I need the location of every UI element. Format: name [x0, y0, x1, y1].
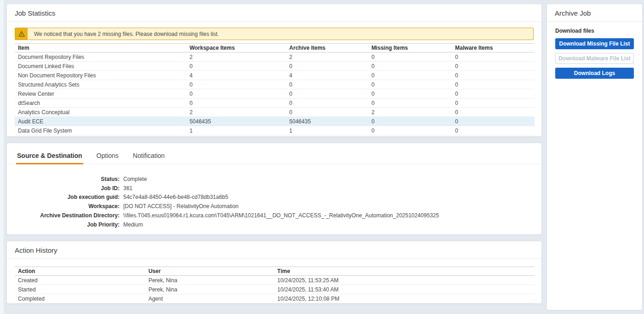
archive-job-body: Download files Download Missing File Lis… [547, 28, 642, 79]
field-label: Job ID: [15, 184, 120, 193]
action-history-cell: 10/24/2025, 11:53:40 AM [274, 285, 535, 294]
action-history-header-time: Time [274, 267, 535, 276]
job-statistics-cell: 0 [286, 80, 368, 89]
download-logs-button[interactable]: Download Logs [555, 68, 634, 79]
job-statistics-cell: 0 [452, 117, 535, 126]
job-statistics-cell: 0 [186, 62, 286, 71]
main-column: Job Statistics We noticed that you have … [6, 4, 542, 304]
job-statistics-row-audit-ece: Audit ECE5046435504643500 [15, 117, 535, 126]
job-statistics-card: Job Statistics We noticed that you have … [6, 4, 542, 137]
details-fields: Status:CompleteJob ID:361Job execution g… [7, 164, 541, 229]
field-job-priority: Job Priority:Medium [15, 221, 534, 230]
job-statistics-cell: Audit ECE [15, 117, 186, 126]
job-statistics-cell: 4 [286, 71, 368, 80]
job-statistics-cell: 0 [286, 89, 368, 99]
download-buttons: Download Missing File ListDownload Malwa… [555, 38, 634, 79]
job-statistics-cell: Document Repository Files [15, 52, 186, 62]
job-statistics-cell: Analytics Conceptual [15, 108, 186, 117]
job-statistics-cell: 0 [368, 99, 452, 108]
action-history-cell: Created [15, 276, 145, 285]
job-statistics-cell: 2 [186, 108, 286, 117]
job-statistics-cell: 0 [186, 99, 286, 108]
archive-job-title: Archive Job [547, 4, 642, 22]
job-statistics-cell: 0 [286, 108, 368, 117]
action-history-cell: Agent [145, 294, 274, 303]
field-value: Complete [120, 175, 147, 184]
action-history-header-action: Action [15, 267, 145, 276]
job-statistics-cell: 0 [368, 62, 452, 71]
field-label: Job Priority: [15, 221, 120, 230]
job-statistics-title: Job Statistics [7, 4, 541, 22]
job-statistics-cell: 0 [368, 80, 452, 89]
download-missing-file-list-button[interactable]: Download Missing File List [555, 38, 634, 49]
field-label: Job execution guid: [15, 193, 120, 202]
job-statistics-header-archive-items: Archive Items [286, 44, 368, 52]
field-workspace: Workspace:[DO NOT ACCESS] - RelativityOn… [15, 202, 534, 211]
job-statistics-cell: 0 [368, 117, 452, 126]
action-history-row-created: CreatedPerek, Nina10/24/2025, 11:53:25 A… [15, 276, 535, 285]
field-status: Status:Complete [15, 175, 534, 184]
download-malware-file-list-button[interactable]: Download Malware File List [555, 53, 634, 64]
warning-icon [15, 28, 28, 40]
job-statistics-cell: Review Center [15, 89, 186, 99]
job-statistics-row-data-grid-file-system: Data Grid File System1100 [15, 126, 535, 135]
field-label: Archive Destination Directory: [15, 211, 120, 221]
tab-notification[interactable]: Notification [132, 149, 166, 164]
job-statistics-header-malware-items: Malware Items [452, 44, 535, 52]
details-tab-bar: Source & DestinationOptionsNotification [7, 143, 541, 164]
job-statistics-cell: 4 [186, 71, 286, 80]
left-gutter [0, 0, 4, 314]
job-statistics-row-dtsearch: dtSearch0000 [15, 99, 535, 108]
action-history-header-user: User [145, 267, 274, 276]
job-statistics-cell: 0 [452, 52, 535, 62]
action-history-cell: 10/24/2025, 11:53:25 AM [274, 276, 535, 285]
job-statistics-row-review-center: Review Center0000 [15, 89, 535, 99]
job-statistics-cell: 1 [286, 126, 368, 135]
job-statistics-cell: 0 [452, 89, 535, 99]
job-statistics-cell: dtSearch [15, 99, 186, 108]
action-history-row-started: StartedPerek, Nina10/24/2025, 11:53:40 A… [15, 285, 535, 294]
job-statistics-header-item: Item [15, 44, 186, 52]
action-history-cell: Started [15, 285, 145, 294]
job-statistics-cell: 2 [286, 52, 368, 62]
job-statistics-row-document-repository-files: Document Repository Files2200 [15, 52, 535, 62]
job-statistics-cell: 1 [186, 126, 286, 135]
job-statistics-header-workspace-items: Workspace Items [186, 44, 286, 52]
field-label: Workspace: [15, 202, 120, 211]
job-statistics-cell: 2 [368, 108, 452, 117]
job-statistics-cell: 0 [368, 71, 452, 80]
job-statistics-header-row: ItemWorkspace ItemsArchive ItemsMissing … [15, 44, 535, 52]
action-history-card: Action History ActionUserTime CreatedPer… [6, 241, 542, 304]
action-history-cell: Perek, Nina [145, 276, 274, 285]
action-history-title: Action History [7, 241, 541, 259]
job-statistics-cell: Data Grid File System [15, 126, 186, 135]
action-history-cell: Perek, Nina [145, 285, 274, 294]
download-files-label: Download files [555, 28, 634, 34]
action-history-table: ActionUserTime CreatedPerek, Nina10/24/2… [15, 267, 535, 303]
tab-source-destination[interactable]: Source & Destination [16, 149, 83, 164]
field-value: 361 [120, 184, 132, 193]
tab-options[interactable]: Options [96, 149, 120, 164]
job-statistics-cell: 5046435 [286, 117, 368, 126]
job-statistics-row-structured-analytics-sets: Structured Analytics Sets0000 [15, 80, 535, 89]
job-statistics-cell: 0 [452, 80, 535, 89]
action-history-cell: 10/24/2025, 12:10:08 PM [274, 294, 535, 303]
action-history-header-row: ActionUserTime [15, 267, 535, 276]
job-statistics-cell: Document Linked Files [15, 62, 186, 71]
job-statistics-cell: Structured Analytics Sets [15, 80, 186, 89]
job-statistics-cell: Non Document Repository Files [15, 71, 186, 80]
job-statistics-header-missing-items: Missing Items [368, 44, 452, 52]
job-statistics-cell: 0 [186, 80, 286, 89]
job-statistics-cell: 0 [368, 89, 452, 99]
job-statistics-cell: 0 [452, 62, 535, 71]
job-statistics-cell: 0 [452, 126, 535, 135]
field-value: [DO NOT ACCESS] - RelativityOne Automati… [120, 202, 239, 211]
job-statistics-row-non-document-repository-files: Non Document Repository Files4400 [15, 71, 535, 80]
archive-job-panel: Archive Job Download files Download Miss… [546, 4, 643, 310]
action-history-cell: Completed [15, 294, 145, 303]
field-job-id: Job ID:361 [15, 184, 534, 193]
job-statistics-cell: 0 [286, 62, 368, 71]
job-statistics-row-analytics-conceptual: Analytics Conceptual2020 [15, 108, 535, 117]
field-job-execution-guid: Job execution guid:54c7e4a8-8450-44e6-be… [15, 193, 534, 202]
job-statistics-cell: 0 [368, 126, 452, 135]
